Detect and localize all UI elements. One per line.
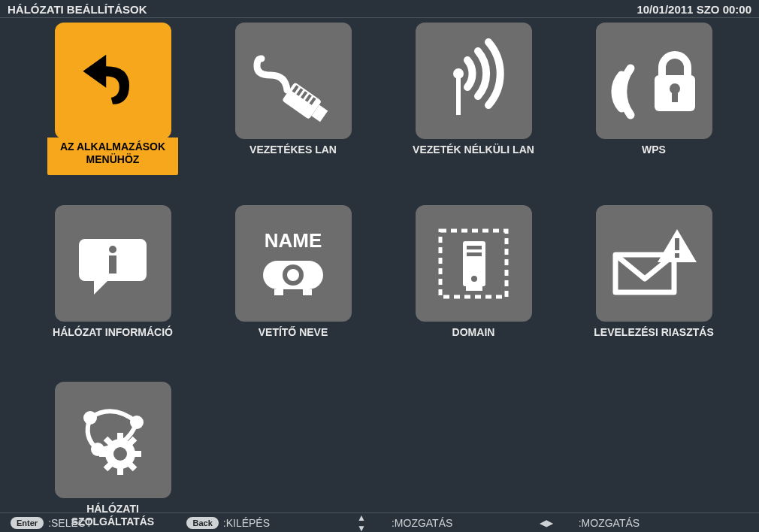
- hint-back: Back :KILÉPÉS: [186, 517, 270, 529]
- title-bar: HÁLÓZATI BEÁLLÍTÁSOK 10/01/2011 SZO 00:0…: [0, 0, 759, 18]
- back-label: :KILÉPÉS: [223, 517, 270, 529]
- svg-rect-17: [274, 289, 283, 295]
- wps-lock-icon: [605, 36, 703, 126]
- clock: 10/01/2011 SZO 00:00: [637, 3, 751, 16]
- hint-move-vertical: ▲▼ :MOZGATÁS: [357, 512, 452, 533]
- tile-label: VETÍTŐ NEVE: [259, 326, 328, 352]
- svg-rect-34: [117, 467, 123, 475]
- tile-icon-box: [596, 205, 712, 322]
- move-v-label: :MOZGATÁS: [392, 517, 452, 529]
- back-pill: Back: [186, 517, 218, 529]
- tile-back-to-apps[interactable]: AZ ALKALMAZÁSOK MENÜHÖZ: [45, 23, 180, 175]
- wireless-antenna-icon: [428, 36, 519, 126]
- svg-rect-8: [456, 74, 461, 115]
- tile-icon-box: [55, 23, 171, 139]
- projector-name-icon: NAME: [244, 219, 342, 309]
- svg-rect-11: [672, 90, 678, 102]
- hint-bar: Enter :SELECT Back :KILÉPÉS ▲▼ :MOZGATÁS…: [0, 512, 759, 532]
- tile-label: WPS: [642, 144, 666, 169]
- tile-label: DOMAIN: [452, 326, 495, 352]
- tile-icon-box: NAME: [235, 205, 352, 322]
- svg-rect-22: [467, 252, 482, 256]
- hint-enter: Enter :SELECT: [11, 517, 92, 529]
- tile-mail-alert[interactable]: LEVELEZÉSI RIASZTÁS: [586, 205, 721, 352]
- tile-icon-box: [235, 23, 352, 139]
- leftright-arrows-icon: ◀ ▶: [540, 518, 551, 528]
- svg-point-32: [113, 447, 127, 461]
- svg-rect-18: [303, 289, 312, 295]
- svg-point-16: [287, 269, 299, 281]
- settings-grid: AZ ALKALMAZÁSOK MENÜHÖZ VEZETÉKES LAN: [45, 23, 721, 528]
- server-domain-icon: [428, 219, 519, 309]
- svg-rect-33: [117, 433, 123, 440]
- tile-wired-lan[interactable]: VEZETÉKES LAN: [225, 23, 361, 175]
- tile-label: VEZETÉK NÉLKÜLI LAN: [413, 144, 534, 169]
- tile-label: AZ ALKALMAZÁSOK MENÜHÖZ: [52, 141, 174, 166]
- info-bubble-icon: [71, 222, 154, 305]
- tile-label-box: AZ ALKALMAZÁSOK MENÜHÖZ: [47, 138, 178, 175]
- tile-wireless-lan[interactable]: VEZETÉK NÉLKÜLI LAN: [406, 23, 541, 175]
- tile-wps[interactable]: WPS: [586, 23, 721, 175]
- name-badge-text: NAME: [265, 229, 322, 252]
- svg-rect-13: [109, 255, 116, 274]
- tile-label: VEZETÉKES LAN: [249, 144, 337, 169]
- move-h-label: :MOZGATÁS: [579, 517, 640, 529]
- svg-rect-35: [99, 451, 107, 457]
- svg-point-12: [109, 246, 116, 253]
- network-service-icon: [68, 395, 158, 485]
- page-title: HÁLÓZATI BEÁLLÍTÁSOK: [8, 3, 147, 16]
- tile-network-info[interactable]: HÁLÓZAT INFORMÁCIÓ: [45, 205, 180, 352]
- tile-icon-box: [416, 205, 532, 322]
- svg-rect-24: [466, 286, 482, 291]
- svg-rect-26: [675, 238, 679, 250]
- tile-label: LEVELEZÉSI RIASZTÁS: [594, 326, 713, 352]
- svg-rect-21: [467, 246, 482, 249]
- svg-point-23: [471, 276, 477, 282]
- tile-label: HÁLÓZAT INFORMÁCIÓ: [53, 326, 173, 352]
- ethernet-cable-icon: [248, 36, 338, 126]
- tile-icon-box: [55, 382, 171, 498]
- tile-icon-box: [596, 23, 712, 139]
- tile-icon-box: [416, 23, 532, 139]
- svg-rect-27: [675, 253, 679, 258]
- back-arrow-icon: [71, 40, 154, 122]
- svg-rect-36: [134, 451, 141, 457]
- hint-move-horizontal: ◀ ▶ :MOZGATÁS: [540, 517, 640, 529]
- updown-arrows-icon: ▲▼: [357, 512, 364, 533]
- mail-alert-icon: [605, 219, 703, 309]
- tile-icon-box: [55, 205, 171, 322]
- tile-projector-name[interactable]: NAME VETÍTŐ NEVE: [225, 205, 361, 352]
- enter-pill: Enter: [11, 517, 44, 529]
- tile-network-service[interactable]: HÁLÓZATI SZOLGÁLTATÁS: [45, 382, 180, 528]
- tile-domain[interactable]: DOMAIN: [406, 205, 541, 352]
- enter-label: :SELECT: [48, 517, 92, 529]
